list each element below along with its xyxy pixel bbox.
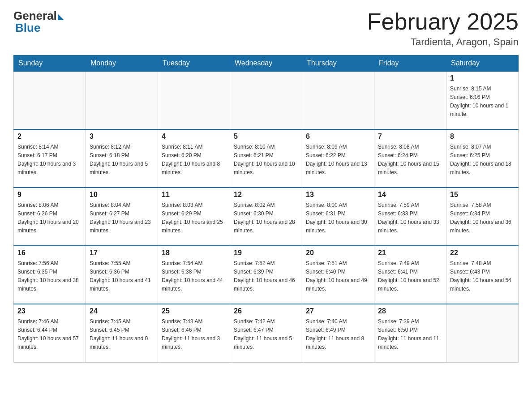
day-number: 9 [17,191,82,199]
weekday-header-row: SundayMondayTuesdayWednesdayThursdayFrid… [14,56,519,72]
day-info: Sunrise: 7:46 AMSunset: 6:44 PMDaylight:… [17,318,79,350]
calendar-cell: 11Sunrise: 8:03 AMSunset: 6:29 PMDayligh… [158,188,230,246]
day-info: Sunrise: 8:07 AMSunset: 6:25 PMDaylight:… [450,144,511,176]
day-number: 25 [162,307,226,315]
day-info: Sunrise: 7:45 AMSunset: 6:45 PMDaylight:… [90,318,148,350]
calendar-cell: 6Sunrise: 8:09 AMSunset: 6:22 PMDaylight… [302,129,374,188]
calendar-cell: 14Sunrise: 7:59 AMSunset: 6:33 PMDayligh… [374,188,446,246]
logo-arrow-icon [58,14,64,20]
day-info: Sunrise: 7:40 AMSunset: 6:49 PMDaylight:… [306,318,364,350]
calendar-week-row: 23Sunrise: 7:46 AMSunset: 6:44 PMDayligh… [14,304,519,362]
day-number: 15 [450,191,515,199]
day-info: Sunrise: 8:14 AMSunset: 6:17 PMDaylight:… [17,144,76,176]
day-info: Sunrise: 7:52 AMSunset: 6:39 PMDaylight:… [234,260,295,292]
day-info: Sunrise: 8:11 AMSunset: 6:20 PMDaylight:… [162,144,220,176]
day-number: 17 [90,249,154,257]
day-number: 24 [90,307,154,315]
day-info: Sunrise: 7:49 AMSunset: 6:41 PMDaylight:… [378,260,439,292]
day-info: Sunrise: 8:00 AMSunset: 6:31 PMDaylight:… [306,202,367,234]
day-number: 18 [162,249,226,257]
calendar-cell: 3Sunrise: 8:12 AMSunset: 6:18 PMDaylight… [86,129,158,188]
calendar-cell [230,71,302,129]
calendar-week-row: 1Sunrise: 8:15 AMSunset: 6:16 PMDaylight… [14,71,519,129]
calendar-cell [158,71,230,129]
day-number: 22 [450,249,515,257]
weekday-header: Monday [86,56,158,72]
calendar-cell: 9Sunrise: 8:06 AMSunset: 6:26 PMDaylight… [14,188,86,246]
weekday-header: Tuesday [158,56,230,72]
calendar-cell: 12Sunrise: 8:02 AMSunset: 6:30 PMDayligh… [230,188,302,246]
calendar-cell: 18Sunrise: 7:54 AMSunset: 6:38 PMDayligh… [158,246,230,304]
day-number: 7 [378,133,442,141]
day-number: 14 [378,191,442,199]
day-number: 5 [234,133,298,141]
page-header: General Blue February 2025 Tardienta, Ar… [13,9,519,48]
calendar-cell: 5Sunrise: 8:10 AMSunset: 6:21 PMDaylight… [230,129,302,188]
day-info: Sunrise: 7:58 AMSunset: 6:34 PMDaylight:… [450,202,511,234]
day-info: Sunrise: 8:12 AMSunset: 6:18 PMDaylight:… [90,144,148,176]
calendar-cell: 28Sunrise: 7:39 AMSunset: 6:50 PMDayligh… [374,304,446,362]
weekday-header: Thursday [302,56,374,72]
weekday-header: Wednesday [230,56,302,72]
month-title: February 2025 [367,9,519,34]
day-number: 2 [17,133,82,141]
calendar-cell: 1Sunrise: 8:15 AMSunset: 6:16 PMDaylight… [446,71,519,129]
weekday-header: Saturday [446,56,519,72]
day-number: 8 [450,133,515,141]
day-info: Sunrise: 7:42 AMSunset: 6:47 PMDaylight:… [234,318,292,350]
location-subtitle: Tardienta, Aragon, Spain [367,36,519,48]
weekday-header: Friday [374,56,446,72]
day-number: 23 [17,307,82,315]
day-number: 4 [162,133,226,141]
day-info: Sunrise: 8:15 AMSunset: 6:16 PMDaylight:… [450,86,508,117]
logo-blue-text: Blue [13,21,40,35]
day-number: 27 [306,307,370,315]
calendar-week-row: 2Sunrise: 8:14 AMSunset: 6:17 PMDaylight… [14,129,519,188]
day-info: Sunrise: 7:39 AMSunset: 6:50 PMDaylight:… [378,318,439,350]
calendar-cell [446,304,519,362]
calendar-week-row: 16Sunrise: 7:56 AMSunset: 6:35 PMDayligh… [14,246,519,304]
calendar-cell: 16Sunrise: 7:56 AMSunset: 6:35 PMDayligh… [14,246,86,304]
calendar-table: SundayMondayTuesdayWednesdayThursdayFrid… [13,55,519,363]
weekday-header: Sunday [14,56,86,72]
day-info: Sunrise: 7:59 AMSunset: 6:33 PMDaylight:… [378,202,439,234]
calendar-cell [302,71,374,129]
day-info: Sunrise: 8:06 AMSunset: 6:26 PMDaylight:… [17,202,79,234]
day-info: Sunrise: 7:55 AMSunset: 6:36 PMDaylight:… [90,260,151,292]
calendar-cell: 7Sunrise: 8:08 AMSunset: 6:24 PMDaylight… [374,129,446,188]
day-info: Sunrise: 8:09 AMSunset: 6:22 PMDaylight:… [306,144,367,176]
day-number: 3 [90,133,154,141]
calendar-cell: 26Sunrise: 7:42 AMSunset: 6:47 PMDayligh… [230,304,302,362]
calendar-cell [374,71,446,129]
calendar-cell: 24Sunrise: 7:45 AMSunset: 6:45 PMDayligh… [86,304,158,362]
day-info: Sunrise: 8:10 AMSunset: 6:21 PMDaylight:… [234,144,295,176]
day-info: Sunrise: 7:56 AMSunset: 6:35 PMDaylight:… [17,260,79,292]
day-number: 21 [378,249,442,257]
calendar-cell: 13Sunrise: 8:00 AMSunset: 6:31 PMDayligh… [302,188,374,246]
day-info: Sunrise: 8:04 AMSunset: 6:27 PMDaylight:… [90,202,151,234]
day-info: Sunrise: 7:43 AMSunset: 6:46 PMDaylight:… [162,318,220,350]
calendar-cell: 23Sunrise: 7:46 AMSunset: 6:44 PMDayligh… [14,304,86,362]
day-number: 6 [306,133,370,141]
calendar-cell: 10Sunrise: 8:04 AMSunset: 6:27 PMDayligh… [86,188,158,246]
day-number: 19 [234,249,298,257]
calendar-cell: 17Sunrise: 7:55 AMSunset: 6:36 PMDayligh… [86,246,158,304]
calendar-cell [86,71,158,129]
calendar-cell: 22Sunrise: 7:48 AMSunset: 6:43 PMDayligh… [446,246,519,304]
day-info: Sunrise: 7:48 AMSunset: 6:43 PMDaylight:… [450,260,511,292]
calendar-cell: 15Sunrise: 7:58 AMSunset: 6:34 PMDayligh… [446,188,519,246]
day-number: 11 [162,191,226,199]
day-number: 26 [234,307,298,315]
day-number: 16 [17,249,82,257]
calendar-cell [14,71,86,129]
calendar-cell: 27Sunrise: 7:40 AMSunset: 6:49 PMDayligh… [302,304,374,362]
calendar-cell: 2Sunrise: 8:14 AMSunset: 6:17 PMDaylight… [14,129,86,188]
logo: General Blue [13,9,64,35]
day-info: Sunrise: 7:51 AMSunset: 6:40 PMDaylight:… [306,260,367,292]
title-block: February 2025 Tardienta, Aragon, Spain [367,9,519,48]
calendar-cell: 21Sunrise: 7:49 AMSunset: 6:41 PMDayligh… [374,246,446,304]
day-info: Sunrise: 7:54 AMSunset: 6:38 PMDaylight:… [162,260,223,292]
calendar-cell: 20Sunrise: 7:51 AMSunset: 6:40 PMDayligh… [302,246,374,304]
calendar-cell: 4Sunrise: 8:11 AMSunset: 6:20 PMDaylight… [158,129,230,188]
day-number: 13 [306,191,370,199]
